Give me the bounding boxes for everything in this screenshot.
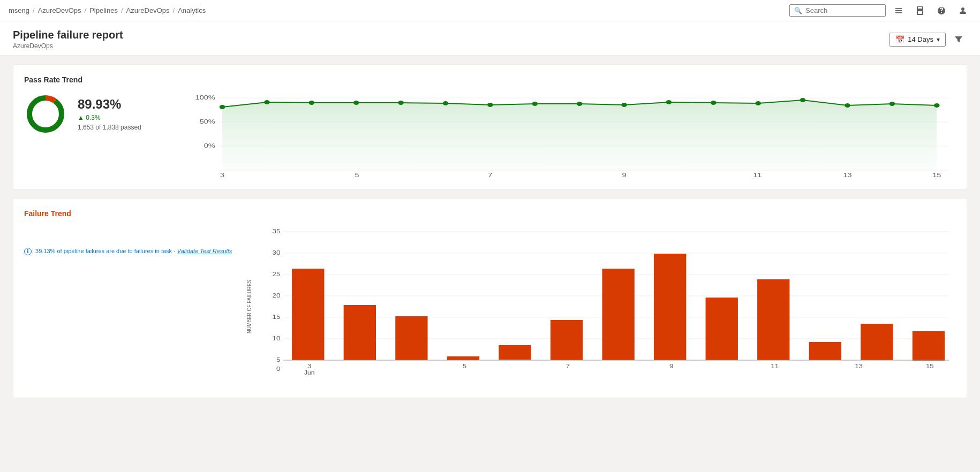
svg-text:5: 5 [355, 172, 359, 178]
failure-content: ℹ 39.13% of pipeline failures are due to… [24, 226, 956, 387]
failure-note-prefix: 39.13% of pipeline failures are due to f… [35, 248, 177, 254]
svg-text:20: 20 [273, 292, 281, 299]
svg-point-26 [755, 101, 761, 105]
svg-text:7: 7 [488, 172, 492, 178]
breadcrumb-azuredevops1[interactable]: AzureDevOps [38, 6, 81, 14]
bar-4 [447, 356, 479, 360]
search-box[interactable]: 🔍 [789, 4, 886, 17]
bar-5 [499, 345, 531, 360]
search-input[interactable] [805, 6, 881, 14]
bar-10 [757, 279, 789, 360]
failure-note: ℹ 39.13% of pipeline failures are due to… [24, 248, 232, 255]
list-icon-btn[interactable] [890, 2, 907, 19]
pass-rate-title: Pass Rate Trend [24, 75, 956, 84]
svg-point-20 [487, 103, 493, 107]
svg-point-15 [264, 100, 270, 104]
bar-11 [809, 342, 841, 360]
breadcrumb-azuredevops2[interactable]: AzureDevOps [126, 6, 170, 14]
pass-rate-chart: 100% 50% 0% [176, 93, 956, 178]
pass-rate-percent: 89.93% [78, 97, 141, 112]
svg-text:11: 11 [753, 172, 762, 178]
list-icon [894, 6, 903, 15]
svg-point-16 [309, 101, 315, 105]
svg-text:15: 15 [926, 363, 934, 370]
svg-point-5 [29, 98, 62, 130]
svg-rect-2 [895, 12, 902, 13]
failure-left: ℹ 39.13% of pipeline failures are due to… [24, 226, 232, 255]
pass-rate-stats: 89.93% ▲ 0.3% 1,653 of 1,838 passed [78, 97, 141, 131]
svg-rect-1 [895, 10, 902, 11]
svg-point-21 [532, 102, 538, 106]
bar-7 [602, 269, 635, 360]
svg-text:11: 11 [771, 363, 779, 370]
filter-icon [954, 35, 963, 44]
help-icon [937, 6, 946, 15]
failure-note-link[interactable]: Validate Test Results [177, 248, 232, 254]
bar-6 [551, 320, 583, 360]
svg-text:35: 35 [273, 228, 281, 235]
bar-1 [292, 269, 324, 360]
breadcrumb-mseng[interactable]: mseng [9, 6, 29, 14]
svg-text:5: 5 [463, 363, 467, 370]
svg-text:13: 13 [855, 363, 863, 370]
svg-point-18 [398, 101, 404, 105]
nav-icons: 🔍 [789, 2, 971, 19]
svg-point-27 [800, 98, 806, 102]
svg-text:3: 3 [307, 363, 312, 370]
breadcrumb-analytics: Analytics [178, 6, 206, 14]
bar-13 [913, 331, 945, 361]
main-content: Pass Rate Trend 89.93% ▲ 0.3% [0, 56, 980, 407]
svg-point-29 [889, 102, 895, 106]
svg-text:15: 15 [273, 314, 281, 321]
svg-point-23 [621, 103, 627, 107]
svg-text:Jun: Jun [216, 178, 228, 178]
calendar-icon: 📅 [895, 35, 904, 44]
svg-point-30 [934, 103, 940, 108]
days-label: 14 Days [908, 35, 933, 43]
breadcrumb: mseng / AzureDevOps / Pipelines / AzureD… [9, 6, 206, 14]
page-subtitle: AzureDevOps [13, 42, 123, 50]
svg-text:0: 0 [276, 366, 281, 372]
svg-point-14 [220, 105, 225, 109]
pass-rate-card: Pass Rate Trend 89.93% ▲ 0.3% [13, 64, 967, 189]
svg-text:10: 10 [273, 335, 281, 342]
svg-marker-13 [222, 100, 937, 170]
user-icon [959, 6, 967, 15]
svg-text:13: 13 [843, 172, 851, 178]
svg-point-28 [845, 103, 850, 108]
failure-trend-card: Failure Trend ℹ 39.13% of pipeline failu… [13, 198, 967, 398]
filter-button[interactable] [950, 31, 967, 48]
svg-point-22 [577, 102, 583, 106]
pass-rate-change: ▲ 0.3% [78, 114, 141, 121]
info-icon: ℹ [24, 248, 32, 255]
svg-text:5: 5 [276, 356, 281, 363]
svg-text:100%: 100% [195, 94, 215, 101]
pass-rate-detail: 1,653 of 1,838 passed [78, 124, 141, 131]
page-title-block: Pipeline failure report AzureDevOps [13, 29, 123, 50]
search-icon: 🔍 [794, 7, 802, 14]
svg-text:50%: 50% [200, 118, 215, 125]
page-title: Pipeline failure report [13, 29, 123, 41]
save-icon-btn[interactable] [911, 2, 929, 19]
svg-point-19 [443, 101, 449, 105]
svg-text:7: 7 [566, 363, 570, 370]
svg-text:30: 30 [273, 249, 281, 256]
bar-3 [396, 316, 428, 360]
header-controls: 📅 14 Days ▾ [889, 31, 967, 48]
svg-point-24 [666, 100, 672, 104]
svg-point-25 [711, 101, 717, 105]
bar-2 [344, 305, 376, 360]
svg-text:0%: 0% [204, 142, 215, 149]
failure-note-link-text: Validate Test Results [177, 248, 232, 254]
svg-text:NUMBER OF FAILURES: NUMBER OF FAILURES [246, 280, 253, 333]
svg-rect-0 [895, 8, 902, 9]
days-selector[interactable]: 📅 14 Days ▾ [889, 33, 946, 47]
help-icon-btn[interactable] [933, 2, 950, 19]
page-header: Pipeline failure report AzureDevOps 📅 14… [0, 21, 980, 56]
breadcrumb-pipelines[interactable]: Pipelines [89, 6, 118, 14]
svg-text:15: 15 [932, 172, 941, 178]
donut-chart [24, 93, 67, 135]
user-icon-btn[interactable] [954, 2, 971, 19]
bar-8 [654, 254, 686, 360]
svg-text:Jun: Jun [304, 370, 314, 376]
